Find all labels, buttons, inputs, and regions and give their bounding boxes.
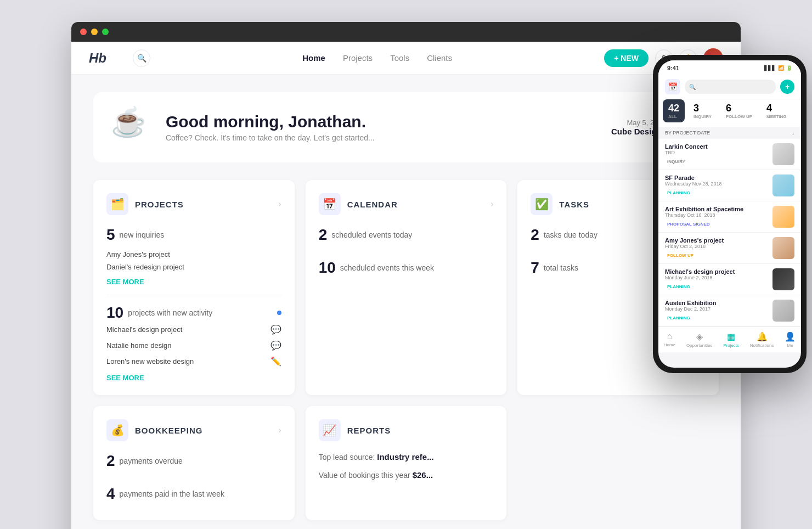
new-button[interactable]: + NEW [604,49,649,67]
phone-filter-bar[interactable]: BY PROJECT DATE ↓ [658,127,801,139]
calendar-title-row: 📅 CALENDAR [319,193,398,215]
phone-search-bar[interactable]: 🔍 [685,80,776,94]
phone-screen: 9:41 ▋▋▋ 📶 🔋 📅 🔍 + [658,60,801,368]
dot-close[interactable] [80,29,87,35]
activity-header-row: 10 projects with new activity [106,304,281,322]
project-thumb-0 [772,143,794,165]
reports-card: 📈 REPORTS Top lead source: Industry refe… [306,406,507,520]
dot-maximize[interactable] [102,29,109,35]
calendar-count-1: 2 [319,226,328,244]
calendar-stat-1: 2 scheduled events today [319,226,494,244]
notifications-nav-icon: 🔔 [757,331,768,342]
dot-minimize[interactable] [91,29,98,35]
bookkeeping-label-2: payments paid in the last week [120,489,224,498]
reports-top-lead: Top lead source: Industry refe... [319,452,494,462]
phone-add-button[interactable]: + [780,80,794,94]
inquiries-label: new inquiries [120,230,165,239]
phone-nav-home[interactable]: ⌂ Home [664,331,675,348]
project-thumb-3 [772,237,794,259]
nav-tools[interactable]: Tools [390,53,409,63]
calendar-chevron[interactable]: › [490,199,493,209]
calendar-stat-2: 10 scheduled events this week [319,259,494,277]
projects-card: 🗂️ PROJECTS › 5 new inquiries Amy Jones'… [93,180,295,395]
phone-frame: 9:41 ▋▋▋ 📶 🔋 📅 🔍 + [653,55,807,373]
project-thumb-2 [772,206,794,228]
phone-tab-all[interactable]: 42 ALL [663,99,685,122]
phone-tab-meeting[interactable]: 4 MEETING [761,99,792,122]
bookkeeping-chevron[interactable]: › [278,425,281,435]
hero-illustration: ☕ [111,105,155,149]
tasks-count-1: 2 [531,226,539,244]
phone-project-item-5[interactable]: Austen Exhibition Monday Dec 2, 2017 PLA… [658,295,801,327]
inquiry-item-1[interactable]: Amy Jones's project [106,248,281,261]
tasks-label-2: total tasks [544,263,578,272]
me-nav-icon: 👤 [785,331,796,342]
nav-home[interactable]: Home [302,53,325,63]
bookkeeping-title: BOOKKEEPING [135,426,203,435]
calendar-label-2: scheduled events this week [340,263,434,272]
divider [106,295,281,295]
activity-left: 10 projects with new activity [106,304,212,322]
bookkeeping-count-1: 2 [106,452,115,470]
tasks-count-2: 7 [531,259,539,277]
reports-title-row: 📈 REPORTS [319,419,391,441]
phone-calendar-icon[interactable]: 📅 [665,79,680,94]
phone-bottom-nav: ⌂ Home ◈ Opportunities ▦ Projects 🔔 [658,327,801,352]
logo: Hb [89,50,106,66]
activity-label: projects with new activity [128,308,212,317]
activity-item-2[interactable]: Natalie home design 💬 [106,337,281,353]
filter-label: BY PROJECT DATE [665,130,710,136]
calendar-title: CALENDAR [347,200,398,209]
search-button[interactable]: 🔍 [133,49,150,67]
project-thumb-4 [772,268,794,290]
project-thumb-1 [772,175,794,196]
hero-left: ☕ Good morning, Jonathan. Coffee? Check.… [111,105,375,149]
calendar-card: 📅 CALENDAR › 2 scheduled events today 10 [306,180,507,395]
project-info-3: Amy Jones's project Friday Oct 2, 2018 F… [665,237,768,259]
activity-indicator [277,311,281,315]
tasks-icon: ✅ [531,193,552,215]
phone-project-item-3[interactable]: Amy Jones's project Friday Oct 2, 2018 F… [658,233,801,264]
see-more-activity[interactable]: SEE MORE [106,374,281,382]
phone-nav-projects[interactable]: ▦ Projects [723,331,739,348]
calendar-icon: 📅 [319,193,341,215]
phone-topbar: 📅 🔍 + [658,75,801,99]
browser-titlebar [71,22,741,42]
bookkeeping-count-2: 4 [106,485,115,503]
project-thumb-5 [772,300,794,322]
bookkeeping-title-row: 💰 BOOKKEEPING [106,419,203,441]
activity-item-1[interactable]: Michael's design project 💬 [106,322,281,337]
phone-tab-followup[interactable]: 6 FOLLOW UP [720,99,758,122]
projects-chevron[interactable]: › [278,199,281,209]
see-more-inquiries[interactable]: SEE MORE [106,278,281,286]
project-info-0: Larkin Concert TBD INQUIRY [665,143,768,165]
nav-links: Home Projects Tools Clients [168,53,587,63]
phone-nav-notifications[interactable]: 🔔 Notifications [750,331,774,348]
tasks-label-1: tasks due today [544,230,597,239]
phone-project-item-2[interactable]: Art Exhibition at Spacetime Thursday Oct… [658,201,801,233]
bookkeeping-stat-2: 4 payments paid in the last week [106,485,281,503]
phone-tabs: 42 ALL 3 INQUIRY 6 FOLLOW UP 4 [658,99,801,127]
phone-project-item-4[interactable]: Michael's design project Monday June 2, … [658,264,801,295]
message-icon-2: 💬 [270,340,281,351]
inquiry-item-2[interactable]: Daniel's redesign project [106,261,281,273]
phone-nav-opportunities[interactable]: ◈ Opportunities [686,331,713,348]
edit-icon-3: ✏️ [270,356,281,367]
project-info-4: Michael's design project Monday June 2, … [665,268,768,290]
project-info-1: SF Parade Wednesday Nov 28, 2018 PLANNIN… [665,175,768,196]
nav-clients[interactable]: Clients [427,53,452,63]
projects-inquiries-stat: 5 new inquiries [106,226,281,244]
phone-project-item-0[interactable]: Larkin Concert TBD INQUIRY [658,139,801,170]
message-icon-1: 💬 [270,324,281,335]
tasks-title: TASKS [559,200,589,209]
projects-icon: 🗂️ [106,193,128,215]
reports-title: REPORTS [347,426,391,435]
phone-project-item-1[interactable]: SF Parade Wednesday Nov 28, 2018 PLANNIN… [658,170,801,201]
phone-tab-inquiry[interactable]: 3 INQUIRY [688,99,717,122]
bookkeeping-icon: 💰 [106,419,128,441]
nav-projects[interactable]: Projects [343,53,373,63]
phone-nav-me[interactable]: 👤 Me [785,331,796,348]
activity-item-3[interactable]: Loren's new website design ✏️ [106,353,281,369]
bookkeeping-stat-1: 2 payments overdue [106,452,281,470]
bookkeeping-card: 💰 BOOKKEEPING › 2 payments overdue 4 [93,406,295,520]
